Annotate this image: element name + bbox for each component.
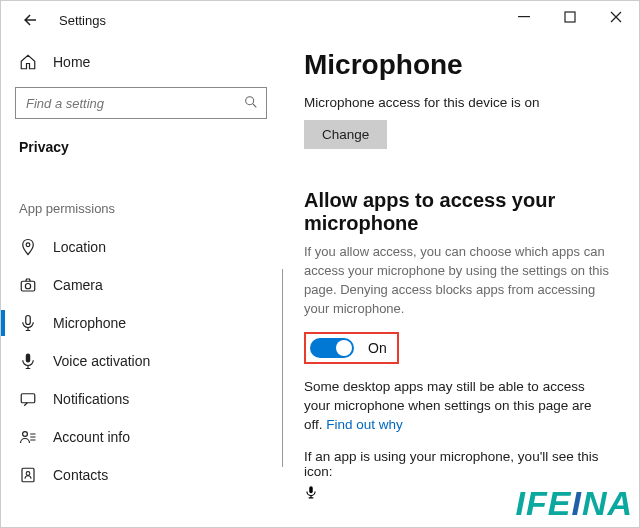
sidebar-item-label: Voice activation [53,353,150,369]
arrow-left-icon [21,11,39,29]
home-icon [19,53,37,71]
sidebar-item-voice-activation[interactable]: Voice activation [1,342,281,380]
svg-point-9 [23,432,28,437]
search-icon [243,94,259,110]
camera-icon [19,276,37,294]
change-button[interactable]: Change [304,120,387,149]
svg-rect-4 [21,281,35,291]
location-icon [19,238,37,256]
svg-point-5 [25,284,30,289]
sidebar-item-label: Contacts [53,467,108,483]
toggle-state-label: On [368,340,387,356]
allow-description: If you allow access, you can choose whic… [304,243,609,318]
window-title: Settings [59,13,106,28]
close-icon [610,11,622,23]
account-info-icon [19,428,37,446]
microphone-icon [19,314,37,332]
svg-rect-7 [26,354,31,363]
sidebar: Home Privacy App permissions Location Ca… [1,39,281,527]
titlebar: Settings [1,1,639,39]
svg-point-11 [26,472,30,476]
mic-access-toggle[interactable] [310,338,354,358]
scroll-indicator[interactable] [282,269,283,467]
group-label: App permissions [1,171,281,228]
back-button[interactable] [19,9,41,31]
minimize-button[interactable] [501,1,547,33]
sidebar-item-label: Camera [53,277,103,293]
sidebar-item-contacts[interactable]: Contacts [1,456,281,494]
svg-rect-8 [21,394,35,403]
svg-rect-0 [518,16,530,17]
svg-point-3 [26,243,30,247]
window-controls [501,1,639,33]
voice-activation-icon [19,352,37,370]
sidebar-item-label: Notifications [53,391,129,407]
contacts-icon [19,466,37,484]
sidebar-item-camera[interactable]: Camera [1,266,281,304]
minimize-icon [518,11,530,23]
sidebar-item-label: Account info [53,429,130,445]
sidebar-item-microphone[interactable]: Microphone [1,304,281,342]
svg-rect-12 [309,486,313,493]
svg-point-2 [246,97,254,105]
content-area: Microphone Microphone access for this de… [281,39,639,527]
sidebar-item-account-info[interactable]: Account info [1,418,281,456]
home-label: Home [53,54,90,70]
search-input[interactable] [15,87,267,119]
category-label: Privacy [1,129,281,171]
page-title: Microphone [304,49,609,81]
notifications-icon [19,390,37,408]
allow-heading: Allow apps to access your microphone [304,189,609,235]
sidebar-item-location[interactable]: Location [1,228,281,266]
microphone-usage-icon [304,483,609,501]
sidebar-item-label: Location [53,239,106,255]
access-status: Microphone access for this device is on [304,95,609,110]
home-nav[interactable]: Home [1,45,281,79]
sidebar-item-label: Microphone [53,315,126,331]
highlight-box: On [304,332,399,364]
usage-note: If an app is using your microphone, you'… [304,449,609,479]
find-out-why-link[interactable]: Find out why [326,417,403,432]
close-button[interactable] [593,1,639,33]
sidebar-item-notifications[interactable]: Notifications [1,380,281,418]
desktop-apps-note: Some desktop apps may still be able to a… [304,378,609,435]
maximize-icon [564,11,576,23]
svg-rect-1 [565,12,575,22]
svg-rect-6 [26,316,31,325]
toggle-knob [336,340,352,356]
maximize-button[interactable] [547,1,593,33]
